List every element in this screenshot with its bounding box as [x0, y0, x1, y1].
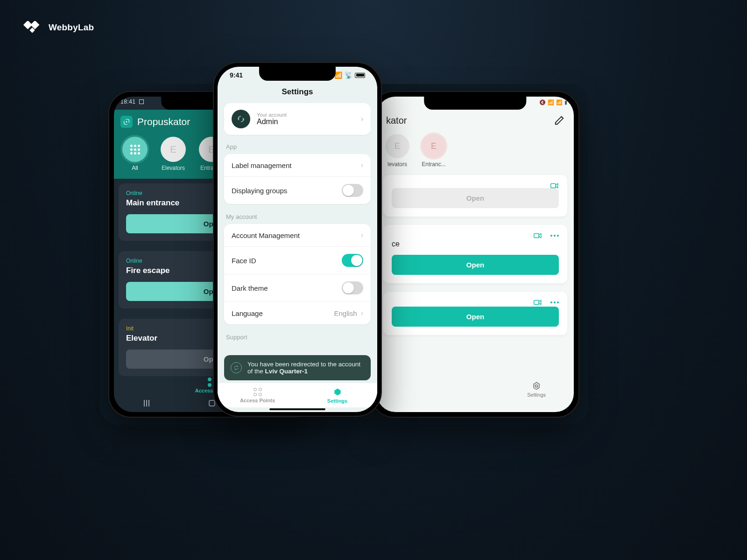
group-label: Elevators	[162, 165, 185, 171]
group-label: levators	[388, 161, 407, 168]
wifi-icon: 📡	[345, 71, 352, 79]
nav-tab-settings[interactable]: Settings	[527, 381, 546, 404]
nav-tab-access-points[interactable]: Access Points	[218, 383, 297, 407]
camera-icon[interactable]	[550, 182, 559, 189]
status-image-icon	[139, 99, 144, 104]
group-label: All	[132, 165, 138, 171]
notch	[259, 67, 336, 81]
row-label: Account Management	[232, 231, 300, 239]
open-button[interactable]: Open	[392, 188, 559, 208]
row-label: Face ID	[232, 257, 256, 265]
svg-rect-2	[534, 301, 539, 305]
row-dark-theme: Dark theme	[224, 274, 371, 302]
access-point-list: Open ce Open Open	[377, 175, 574, 384]
row-value: English	[334, 309, 357, 317]
section-account: Account Management › Face ID Dark theme …	[224, 224, 371, 324]
notch	[424, 97, 526, 110]
row-label: Language	[232, 309, 263, 317]
toggle-dark-theme[interactable]	[342, 281, 363, 294]
edit-icon[interactable]	[554, 115, 564, 126]
chevron-right-icon: ›	[361, 309, 363, 317]
section-label-account: My account	[224, 213, 371, 224]
row-face-id: Face ID	[224, 247, 371, 274]
access-points-icon	[254, 388, 262, 396]
row-account-management[interactable]: Account Management ›	[224, 224, 371, 247]
chevron-right-icon: ›	[361, 231, 363, 239]
svg-rect-0	[551, 184, 556, 188]
group-tab-all[interactable]: All	[122, 137, 148, 179]
status-bar: 🔇 📶 📶 ▮	[539, 99, 567, 105]
app-title-partial: kator	[386, 115, 407, 126]
gear-icon	[532, 381, 541, 391]
row-label-management[interactable]: Label management ›	[224, 154, 371, 177]
camera-icon[interactable]	[534, 232, 542, 239]
brand-logo: WebbyLab	[22, 21, 94, 34]
account-name: Admin	[257, 118, 287, 126]
app-logo-icon	[120, 116, 133, 128]
redirect-toast: You have been redirected to the account …	[224, 355, 371, 380]
group-tab-entrances[interactable]: E Entranc...	[422, 134, 446, 175]
toggle-face-id[interactable]	[342, 254, 363, 267]
settings-icon	[333, 387, 342, 397]
group-tabs: E levators E Entranc...	[377, 131, 574, 175]
access-point-card: Open	[383, 292, 567, 335]
mute-icon: 🔇	[539, 99, 546, 105]
row-label: Dark theme	[232, 284, 268, 292]
toggle-displaying-groups[interactable]	[342, 184, 363, 197]
row-label: Label management	[232, 161, 291, 169]
svg-rect-1	[534, 234, 539, 238]
page-title: Settings	[218, 87, 377, 97]
chevron-right-icon: ›	[361, 115, 363, 123]
home-indicator[interactable]	[269, 408, 325, 410]
phone-right: 🔇 📶 📶 ▮ kator E levators E Entranc...	[371, 91, 579, 418]
nav-label: Access Points	[240, 398, 275, 403]
section-label-support: Support	[224, 334, 371, 344]
phone-center: 9:41 📶 📡 Settings Your account Admin › A…	[213, 62, 382, 417]
access-point-card: Open	[383, 175, 567, 217]
bottom-nav: Access Points Settings	[218, 383, 377, 407]
status-time: 18:41	[120, 98, 136, 105]
more-icon[interactable]	[550, 235, 559, 237]
brand-name: WebbyLab	[49, 22, 94, 33]
open-button[interactable]: Open	[392, 307, 559, 327]
grid-icon	[130, 145, 140, 154]
chevron-right-icon: ›	[361, 161, 363, 169]
row-language[interactable]: Language English›	[224, 302, 371, 324]
open-button[interactable]: Open	[392, 255, 559, 275]
group-label: Entranc...	[422, 161, 445, 168]
brand-mark-icon	[22, 21, 44, 34]
camera-icon[interactable]	[534, 299, 542, 306]
section-label-app: App	[224, 143, 371, 154]
account-caption: Your account	[257, 112, 287, 118]
more-icon[interactable]	[550, 301, 559, 303]
signal-icon: 📶	[556, 99, 563, 105]
wifi-icon: 📶	[548, 99, 554, 105]
access-point-card: ce Open	[383, 225, 567, 283]
home-icon[interactable]	[209, 400, 215, 406]
group-avatar: E	[422, 134, 446, 158]
row-displaying-groups: Displaying groups	[224, 177, 371, 204]
account-avatar	[232, 110, 250, 128]
battery-icon: ▮	[564, 99, 567, 105]
recent-apps-icon[interactable]	[144, 400, 149, 406]
nav-label: Settings	[327, 398, 347, 404]
account-card[interactable]: Your account Admin ›	[224, 103, 371, 135]
status-bar: 18:41	[120, 98, 144, 105]
section-app: Label management › Displaying groups	[224, 154, 371, 204]
nav-label: Settings	[527, 392, 546, 398]
access-point-name: ce	[392, 240, 559, 248]
nav-tab-settings[interactable]: Settings	[297, 383, 377, 407]
svg-marker-5	[334, 388, 340, 395]
app-header: kator	[377, 111, 574, 130]
group-tab-elevators[interactable]: E Elevators	[161, 137, 186, 179]
bottom-nav: Settings	[377, 381, 574, 404]
group-tab-elevators[interactable]: E levators	[385, 134, 409, 175]
toast-text: You have been redirected to the account …	[247, 361, 364, 375]
group-avatar: E	[161, 137, 186, 162]
group-avatar: E	[385, 134, 409, 158]
battery-icon	[355, 73, 365, 78]
app-title: Propuskator	[137, 116, 190, 127]
status-time: 9:41	[230, 71, 243, 79]
row-label: Displaying groups	[232, 187, 287, 195]
sync-icon	[231, 362, 242, 373]
